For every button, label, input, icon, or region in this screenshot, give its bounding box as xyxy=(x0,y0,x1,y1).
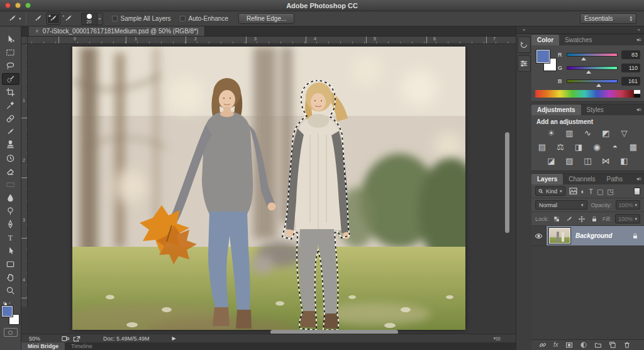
auto-enhance-checkbox[interactable]: Auto-Enhance xyxy=(180,15,228,22)
new-layer-icon[interactable] xyxy=(609,341,616,349)
filter-adjustment-layers-icon[interactable]: ◐ xyxy=(581,188,586,195)
tab-timeline[interactable]: Timeline xyxy=(65,342,99,350)
hand-tool[interactable] xyxy=(3,272,19,283)
foreground-color-swatch[interactable] xyxy=(536,50,550,63)
collapse-panels-icon[interactable]: » xyxy=(638,27,640,33)
photo-filter-icon[interactable]: ◉ xyxy=(592,142,602,152)
properties-panel-button[interactable] xyxy=(518,55,531,72)
status-export-icon[interactable] xyxy=(73,336,80,342)
rectangular-marquee-tool[interactable] xyxy=(3,47,19,58)
blur-tool[interactable] xyxy=(3,193,19,203)
toolbar-grip[interactable]: ∙∙ xyxy=(8,28,12,33)
tab-layers[interactable]: Layers xyxy=(531,174,563,184)
tab-swatches[interactable]: Swatches xyxy=(559,35,597,45)
minimize-window-button[interactable] xyxy=(15,3,21,8)
default-colors-widget[interactable] xyxy=(3,298,19,305)
path-selection-tool[interactable] xyxy=(3,246,19,256)
workspace-switcher[interactable]: Essentials ▴▾ xyxy=(580,13,636,24)
opacity-field[interactable]: 100% ▾ xyxy=(616,200,640,210)
layer-effects-icon[interactable]: fx xyxy=(553,342,558,348)
zoom-window-button[interactable] xyxy=(25,3,31,8)
eraser-tool[interactable] xyxy=(3,166,19,177)
tab-channels[interactable]: Channels xyxy=(563,174,601,184)
filter-pixel-layers-icon[interactable] xyxy=(569,188,577,195)
tab-paths[interactable]: Paths xyxy=(601,174,629,184)
refine-edge-button[interactable]: Refine Edge... xyxy=(238,13,294,24)
sample-all-layers-checkbox[interactable]: Sample All Layers xyxy=(112,15,171,22)
quick-mask-button[interactable] xyxy=(4,328,18,337)
rectangle-shape-tool[interactable] xyxy=(3,259,19,269)
status-preview-icon[interactable] xyxy=(62,336,69,342)
filter-shape-layers-icon[interactable]: ▢ xyxy=(597,188,603,195)
zoom-level-field[interactable]: 50% xyxy=(29,336,50,342)
blend-mode-dropdown[interactable]: Normal ▾ xyxy=(535,200,587,210)
vibrance-icon[interactable]: ▽ xyxy=(619,128,630,138)
vertical-scrollbar[interactable] xyxy=(505,132,509,233)
clone-stamp-tool[interactable] xyxy=(3,140,19,150)
red-slider[interactable] xyxy=(567,53,618,57)
filter-smart-objects-icon[interactable]: ◳ xyxy=(607,188,613,195)
new-selection-mode-button[interactable] xyxy=(31,13,45,25)
history-brush-tool[interactable] xyxy=(3,153,19,164)
hue-ramp[interactable] xyxy=(535,90,634,98)
red-value-field[interactable]: 83 xyxy=(621,50,640,59)
lock-transparency-icon[interactable] xyxy=(553,215,560,223)
new-group-icon[interactable] xyxy=(594,341,602,349)
exposure-icon[interactable]: ◩ xyxy=(601,128,611,138)
slider-thumb[interactable] xyxy=(586,71,591,74)
curves-icon[interactable]: ∿ xyxy=(583,128,593,138)
posterize-icon[interactable]: ▨ xyxy=(565,156,575,166)
gradient-tool[interactable] xyxy=(3,179,19,190)
new-adjustment-layer-icon[interactable] xyxy=(580,341,587,349)
crop-tool[interactable] xyxy=(3,87,19,98)
selected-layer[interactable]: Background xyxy=(547,226,644,246)
blue-slider[interactable] xyxy=(567,79,618,83)
brush-tool[interactable] xyxy=(3,127,19,137)
eyedropper-tool[interactable] xyxy=(3,100,19,111)
tab-adjustments[interactable]: Adjustments xyxy=(531,104,581,115)
delete-layer-icon[interactable] xyxy=(623,341,631,349)
panel-menu-icon[interactable]: ▾≡ xyxy=(636,37,641,43)
dodge-tool[interactable] xyxy=(3,206,19,217)
green-slider[interactable] xyxy=(567,66,618,70)
levels-icon[interactable]: ▥ xyxy=(565,128,575,138)
document-tab[interactable]: × 07-iStock_000017617181Medium.psd @ 50%… xyxy=(29,26,205,36)
status-menu-icon[interactable]: ▾▤ xyxy=(493,336,501,341)
black-swatch[interactable] xyxy=(634,94,640,98)
link-layers-icon[interactable] xyxy=(539,341,547,349)
fill-field[interactable]: 100% ▾ xyxy=(615,214,640,223)
horizontal-ruler[interactable]: 0 1 2 3 4 5 6 7 xyxy=(28,37,516,44)
type-tool[interactable]: T xyxy=(3,232,19,243)
color-balance-icon[interactable]: ⚖ xyxy=(555,142,565,152)
layer-thumbnail[interactable] xyxy=(549,228,570,244)
panel-menu-icon[interactable]: ▾≡ xyxy=(636,176,641,182)
subtract-from-selection-mode-button[interactable]: - xyxy=(62,13,75,25)
hue-saturation-icon[interactable]: ▤ xyxy=(537,142,547,152)
foreground-color-swatch[interactable] xyxy=(2,306,13,317)
layer-row-background[interactable]: Background xyxy=(531,226,644,246)
color-lookup-icon[interactable]: ▦ xyxy=(628,142,638,152)
invert-icon[interactable]: ◪ xyxy=(547,156,557,166)
spot-healing-brush-tool[interactable] xyxy=(3,113,19,124)
filter-kind-dropdown[interactable]: Kind ▾ xyxy=(535,186,565,196)
layer-name[interactable]: Background xyxy=(575,232,626,239)
collapse-dock-icon[interactable]: » xyxy=(523,27,525,33)
tab-mini-bridge[interactable]: Mini Bridge xyxy=(21,342,65,350)
lasso-tool[interactable] xyxy=(3,60,19,71)
color-spectrum-ramp[interactable] xyxy=(535,90,640,98)
history-panel-button[interactable] xyxy=(518,37,531,53)
slider-thumb[interactable] xyxy=(596,84,601,87)
canvas-image[interactable] xyxy=(72,47,465,330)
filter-type-layers-icon[interactable]: T xyxy=(589,188,593,195)
brush-size-picker[interactable]: 20 ▾ xyxy=(81,13,103,25)
black-white-icon[interactable]: ◨ xyxy=(574,142,584,152)
lock-position-icon[interactable] xyxy=(578,215,586,223)
lock-all-icon[interactable] xyxy=(591,215,598,223)
blue-value-field[interactable]: 161 xyxy=(621,77,640,86)
filter-toggle-icon[interactable] xyxy=(634,188,640,195)
channel-mixer-icon[interactable]: ◓ xyxy=(610,142,620,152)
close-window-button[interactable] xyxy=(5,3,11,8)
lock-pixels-icon[interactable] xyxy=(565,215,573,223)
green-value-field[interactable]: 110 xyxy=(621,64,640,72)
add-layer-mask-icon[interactable] xyxy=(565,341,573,349)
